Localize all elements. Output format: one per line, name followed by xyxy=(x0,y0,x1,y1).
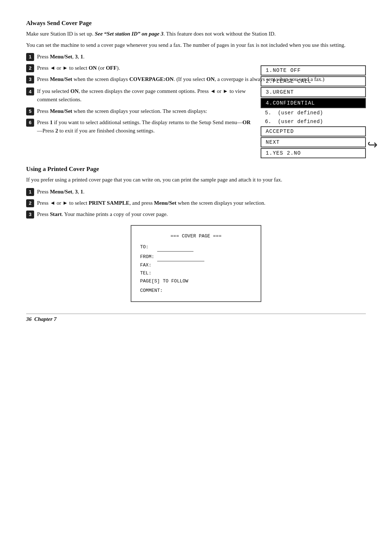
step2-item: 2 Press ◄ or ► to select ON (or OFF). xyxy=(26,64,366,72)
lcd-item-next: NEXT xyxy=(261,137,366,147)
step1-text: Press Menu/Set, 3, 1. xyxy=(37,53,366,61)
cover-page-title: === COVER PAGE === xyxy=(140,232,252,240)
cover-pages-line: PAGE[S] TO FOLLOW xyxy=(140,277,252,285)
curved-arrow-icon: ↪ xyxy=(367,139,377,151)
step2-2-item: 2 Press ◄ or ► to select PRINT SAMPLE, a… xyxy=(26,199,366,207)
lcd-item-accepted: ACCEPTED xyxy=(261,126,366,136)
step4-section: 1.NOTE OFF 2.PLEASE CALL 3.URGENT 4.CONF… xyxy=(26,87,366,159)
lcd-item-3: 3.URGENT xyxy=(261,87,366,97)
cover-to-line: TO: xyxy=(140,243,252,252)
cover-fax-line: FAX: xyxy=(140,261,252,269)
step3-item: 3 Press Menu/Set when the screen display… xyxy=(26,75,366,83)
step3-num: 3 xyxy=(26,76,34,83)
cover-tel-line: TEL: xyxy=(140,269,252,277)
step5-num: 5 xyxy=(26,107,34,115)
step2-num: 2 xyxy=(26,64,34,72)
step4-container: 4 If you selected ON, the screen display… xyxy=(26,87,252,103)
cover-to-underline xyxy=(157,243,193,252)
steps1-list: 1 Press Menu/Set, 3, 1. 2 Press ◄ or ► t… xyxy=(26,53,366,83)
step2-1-num: 1 xyxy=(26,188,34,196)
page-content: Always Send Cover Page Make sure Station… xyxy=(26,20,366,322)
lcd-next-group: NEXT 1.YES 2.NO ↪ xyxy=(261,137,366,158)
step2-2-text: Press ◄ or ► to select PRINT SAMPLE, and… xyxy=(37,199,366,207)
section1-title: Always Send Cover Page xyxy=(26,20,366,27)
cover-comment-line: COMMENT: xyxy=(140,287,252,295)
step2-3-item: 3 Press Start. Your machine prints a cop… xyxy=(26,210,366,219)
step2-2-num: 2 xyxy=(26,199,34,207)
section2-para: If you prefer using a printed cover page… xyxy=(26,176,366,184)
step4-num: 4 xyxy=(26,87,34,95)
step6-item: 6 Press 1 if you want to select addition… xyxy=(26,118,252,135)
cover-page-box: === COVER PAGE === TO: FROM: FAX: TEL: P… xyxy=(131,225,261,302)
step1-num: 1 xyxy=(26,53,34,61)
section1-para2: You can set the machine to send a cover … xyxy=(26,41,366,49)
step6-num: 6 xyxy=(26,119,34,127)
step5-text: Press Menu/Set when the screen displays … xyxy=(37,107,252,115)
steps2-list: 1 Press Menu/Set, 3, 1. 2 Press ◄ or ► t… xyxy=(26,188,366,219)
section1-para1: Make sure Station ID is set up. See “Set… xyxy=(26,30,366,38)
step4-text: If you selected ON, the screen displays … xyxy=(37,87,252,103)
step2-1-text: Press Menu/Set, 3, 1. xyxy=(37,188,366,196)
step2-text: Press ◄ or ► to select ON (or OFF). xyxy=(37,64,366,72)
lcd-item-5: 5. (user defined) xyxy=(261,109,366,117)
section2-title: Using a Printed Cover Page xyxy=(26,166,366,173)
step2-3-num: 3 xyxy=(26,211,34,219)
footer: 36 Chapter 7 xyxy=(26,314,366,322)
step1-item: 1 Press Menu/Set, 3, 1. xyxy=(26,53,366,61)
step3-text: Press Menu/Set when the screen displays … xyxy=(37,75,366,83)
lcd-item-6: 6. (user defined) xyxy=(261,118,366,126)
footer-text: 36 Chapter 7 xyxy=(26,316,57,322)
step2-3-text: Press Start. Your machine prints a copy … xyxy=(37,210,366,219)
lcd-item-4: 4.CONFIDENTIAL xyxy=(261,98,366,108)
lcd-item-yesno: 1.YES 2.NO xyxy=(261,148,366,158)
cover-from-underline xyxy=(157,253,204,261)
step5-item: 5 Press Menu/Set when the screen display… xyxy=(26,107,252,115)
cover-from-line: FROM: xyxy=(140,253,252,261)
step2-1-item: 1 Press Menu/Set, 3, 1. xyxy=(26,188,366,196)
step6-text: Press 1 if you want to select additional… xyxy=(37,118,252,135)
